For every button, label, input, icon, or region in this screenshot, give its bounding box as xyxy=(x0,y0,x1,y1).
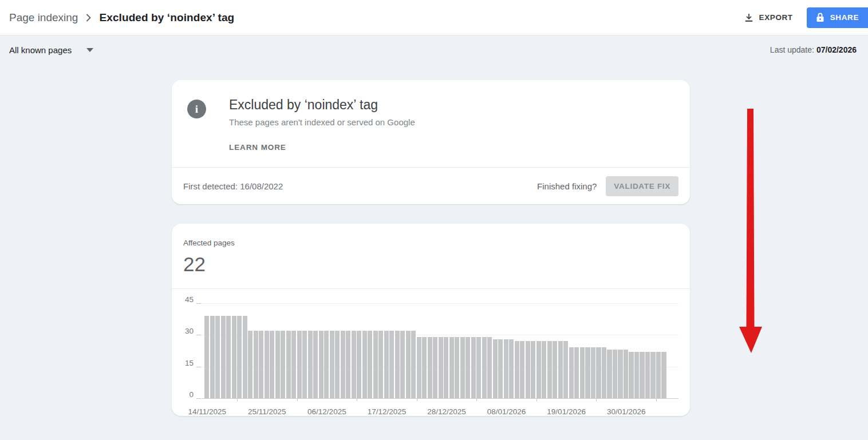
y-axis-label: 45 xyxy=(174,295,194,304)
chart-bar xyxy=(330,331,334,398)
red-down-arrow-annotation xyxy=(737,109,764,354)
chart-bar xyxy=(526,341,530,398)
chart-bar xyxy=(204,316,209,398)
page-title: Excluded by ‘noindex’ tag xyxy=(99,11,234,24)
y-axis-tick xyxy=(196,398,201,399)
chart-bar xyxy=(515,341,519,398)
chart-bar xyxy=(661,352,666,398)
chart-bar xyxy=(243,316,247,398)
download-icon xyxy=(744,13,753,22)
chart-bar xyxy=(547,341,552,398)
breadcrumb: Page indexing Excluded by ‘noindex’ tag xyxy=(9,11,234,24)
chart-bar xyxy=(335,331,340,398)
chart-bar xyxy=(460,337,465,398)
chart-bar xyxy=(498,339,503,398)
chevron-down-icon xyxy=(86,48,93,52)
page-scope-dropdown[interactable]: All known pages xyxy=(9,45,93,55)
chart-bar xyxy=(313,331,318,398)
chart-bar xyxy=(645,352,650,398)
first-detected-text: First detected: 16/08/2022 xyxy=(183,181,283,191)
x-axis-tick xyxy=(417,399,417,401)
header-actions: EXPORT SHARE xyxy=(739,0,868,35)
chart-bar xyxy=(634,352,639,398)
chart-bar xyxy=(574,347,579,398)
chart-bar xyxy=(422,337,427,398)
chart-bar xyxy=(248,331,252,398)
chart-bar xyxy=(324,331,329,398)
chevron-right-icon xyxy=(86,14,91,22)
issue-footer: First detected: 16/08/2022 Finished fixi… xyxy=(172,167,690,204)
x-axis-label: 19/01/2026 xyxy=(547,407,586,416)
breadcrumb-page-indexing-link[interactable]: Page indexing xyxy=(9,11,78,24)
chart-bar xyxy=(504,339,508,398)
chart-bar xyxy=(411,331,416,398)
chart-bar xyxy=(624,350,628,398)
chart-bar xyxy=(569,347,574,398)
issue-title: Excluded by ‘noindex’ tag xyxy=(229,97,415,113)
chart-bar xyxy=(553,341,557,398)
chart-bar xyxy=(531,341,535,398)
y-axis-tick xyxy=(196,303,201,304)
last-update-date: 07/02/2026 xyxy=(816,45,857,54)
x-axis-tick xyxy=(536,399,537,401)
chart-bar xyxy=(650,352,655,398)
last-update: Last update:07/02/2026 xyxy=(770,45,857,54)
issue-details-card: i Excluded by ‘noindex’ tag These pages … xyxy=(172,80,690,204)
y-axis-tick xyxy=(196,335,201,335)
chart-bar xyxy=(629,352,633,398)
chart-bar xyxy=(428,337,432,398)
chart-bar xyxy=(585,347,590,398)
chart-bar xyxy=(291,331,296,398)
issue-description: These pages aren't indexed or served on … xyxy=(229,117,415,127)
chart-bar xyxy=(281,331,285,398)
share-button[interactable]: SHARE xyxy=(807,7,868,28)
chart-bar xyxy=(319,331,323,398)
chart-bar xyxy=(221,316,226,398)
chart-bar xyxy=(389,331,394,398)
affected-pages-card: Affected pages 22 015304514/11/202525/11… xyxy=(172,224,690,416)
gridline-y-0 xyxy=(202,398,678,399)
chart-bar xyxy=(580,347,585,398)
chart-bar xyxy=(417,337,421,398)
chart-bar xyxy=(449,337,454,398)
affected-pages-chart: 015304514/11/202525/11/202506/12/202517/… xyxy=(172,289,690,416)
chart-bar xyxy=(373,331,378,398)
chart-bar xyxy=(602,347,606,398)
export-button-label: EXPORT xyxy=(759,13,793,22)
chart-bar xyxy=(465,337,470,398)
info-icon: i xyxy=(187,100,206,118)
chart-bar xyxy=(433,337,437,398)
x-axis-label: 30/01/2026 xyxy=(607,407,646,416)
chart-bar xyxy=(384,331,389,398)
issue-summary: i Excluded by ‘noindex’ tag These pages … xyxy=(172,80,690,167)
chart-bar xyxy=(308,331,313,398)
top-header: Page indexing Excluded by ‘noindex’ tag … xyxy=(0,0,868,35)
export-button[interactable]: EXPORT xyxy=(739,9,799,27)
chart-bar xyxy=(352,331,356,398)
x-axis-tick xyxy=(357,399,357,401)
chart-bar xyxy=(210,316,215,398)
chart-bar xyxy=(270,331,274,398)
x-axis-label: 28/12/2025 xyxy=(427,407,466,416)
x-axis-tick xyxy=(596,399,597,401)
chart-bar xyxy=(471,337,476,398)
chart-bar xyxy=(265,331,269,398)
affected-pages-label: Affected pages xyxy=(183,239,678,247)
chart-bar xyxy=(357,331,361,398)
chart-bar xyxy=(302,331,307,398)
chart-bar xyxy=(542,341,546,398)
x-axis-label: 17/12/2025 xyxy=(368,407,407,416)
chart-plot: 015304514/11/202525/11/202506/12/202517/… xyxy=(202,304,678,399)
filter-bar: All known pages Last update:07/02/2026 xyxy=(0,35,868,64)
chart-bar xyxy=(482,337,487,398)
validate-fix-button[interactable]: VALIDATE FIX xyxy=(606,176,678,196)
x-axis-label: 06/12/2025 xyxy=(307,407,346,416)
chart-bar xyxy=(362,331,367,398)
chart-bar xyxy=(444,337,448,398)
chart-bar xyxy=(439,337,443,398)
main-content: i Excluded by ‘noindex’ tag These pages … xyxy=(172,80,690,416)
chart-bar xyxy=(346,331,350,398)
learn-more-link[interactable]: LEARN MORE xyxy=(229,143,286,152)
chart-bar xyxy=(591,347,595,398)
chart-bar xyxy=(613,350,617,398)
